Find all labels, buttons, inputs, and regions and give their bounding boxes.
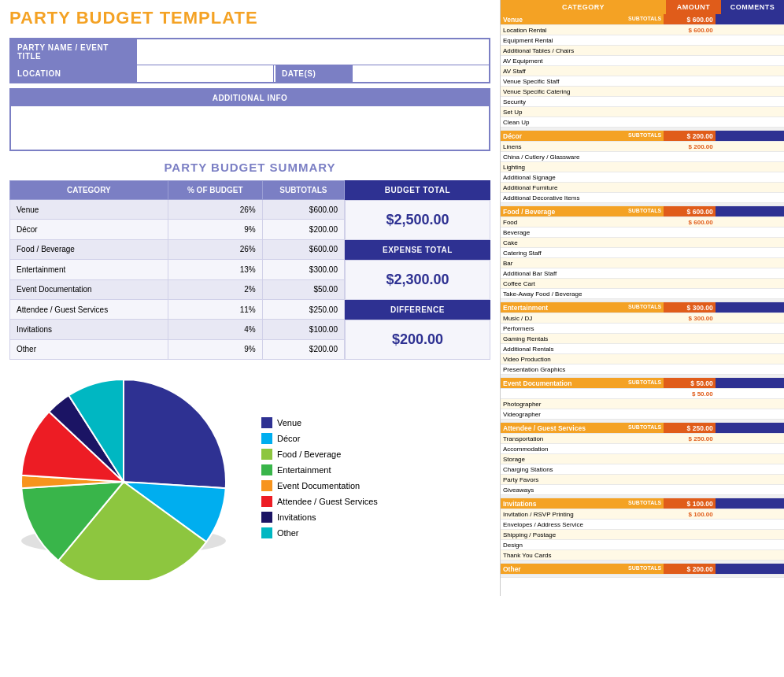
section-name: Invitations SUBTOTALS — [501, 498, 664, 509]
list-item: Music / DJ$ 300.00 — [501, 313, 784, 324]
list-item: Thank You Cards — [501, 550, 784, 560]
page-title: PARTY BUDGET TEMPLATE — [9, 8, 490, 28]
summary-subtotal: $300.00 — [262, 260, 344, 279]
legend-color — [261, 496, 272, 507]
list-item: Take-Away Food / Beverage — [501, 289, 784, 299]
col-subtotals: SUBTOTALS — [262, 181, 344, 200]
location-label: LOCATION — [11, 65, 137, 82]
section-header-row: Entertainment SUBTOTALS $ 300.00 — [501, 302, 784, 313]
section-comment — [716, 131, 784, 142]
list-item: Charging Stations — [501, 464, 784, 475]
list-item: Gaming Rentals — [501, 334, 784, 344]
list-item: Cake — [501, 238, 784, 248]
section-header-row: Venue SUBTOTALS $ 600.00 — [501, 14, 784, 25]
legend-item: Décor — [261, 433, 378, 444]
summary-pct: 11% — [168, 299, 262, 319]
list-item: Envelopes / Address Service — [501, 520, 784, 530]
pie-chart — [9, 368, 246, 588]
legend-color — [261, 449, 272, 460]
summary-subtotal: $600.00 — [262, 239, 344, 259]
dates-label: DATE(S) — [274, 65, 353, 82]
summary-container: CATEGORY % OF BUDGET SUBTOTALS Venue 26%… — [9, 180, 490, 360]
party-name-value[interactable] — [137, 39, 489, 65]
list-item: Accommodation — [501, 444, 784, 454]
summary-subtotal: $200.00 — [262, 339, 344, 359]
summary-category: Invitations — [10, 320, 168, 339]
list-item: Additional Rentals — [501, 344, 784, 354]
section-name: Venue SUBTOTALS — [501, 14, 664, 25]
section-comment — [716, 302, 784, 313]
party-name-row: PARTY NAME / EVENT TITLE — [11, 39, 489, 65]
summary-row: Décor 9% $200.00 — [10, 220, 345, 239]
list-item: Food$ 600.00 — [501, 217, 784, 228]
list-item: Clean Up — [501, 117, 784, 128]
list-item: AV Staff — [501, 66, 784, 76]
legend-label: Décor — [277, 434, 300, 443]
section-header-row: Event Documentation SUBTOTALS $ 50.00 — [501, 378, 784, 389]
section-name: Other SUBTOTALS — [501, 564, 664, 575]
additional-body[interactable] — [11, 106, 489, 150]
summary-category: Event Documentation — [10, 279, 168, 299]
legend-item: Attendee / Guest Services — [261, 496, 378, 507]
list-item: Additional Furniture — [501, 183, 784, 193]
section-comment — [716, 206, 784, 217]
col-pct: % OF BUDGET — [168, 181, 262, 200]
section-comment — [716, 14, 784, 25]
list-item: Invitation / RSVP Printing$ 100.00 — [501, 509, 784, 520]
list-item: Lighting — [501, 162, 784, 172]
section-comment — [716, 423, 784, 434]
list-item: Photographer — [501, 399, 784, 409]
legend-item: Venue — [261, 417, 378, 428]
list-item: Venue Specific Catering — [501, 87, 784, 97]
section-name: Entertainment SUBTOTALS — [501, 302, 664, 313]
section-comment — [716, 564, 784, 575]
list-item: Beverage — [501, 228, 784, 238]
totals-panel: BUDGET TOTAL $2,500.00 EXPENSE TOTAL $2,… — [345, 180, 490, 360]
section-header-row: Attendee / Guest Services SUBTOTALS $ 25… — [501, 423, 784, 434]
list-item: $ 50.00 — [501, 389, 784, 399]
summary-pct: 9% — [168, 220, 262, 239]
list-item: Coffee Cart — [501, 279, 784, 289]
summary-row: Venue 26% $600.00 — [10, 200, 345, 220]
summary-pct: 4% — [168, 320, 262, 339]
additional-header: ADDITIONAL INFO — [11, 90, 489, 106]
summary-pct: 13% — [168, 260, 262, 279]
legend-color — [261, 433, 272, 444]
summary-pct: 9% — [168, 339, 262, 359]
section-subtotal: $ 600.00 — [664, 14, 715, 25]
summary-subtotal: $200.00 — [262, 220, 344, 239]
summary-row: Entertainment 13% $300.00 — [10, 260, 345, 279]
list-item: Catering Staff — [501, 248, 784, 258]
section-header-row: Food / Beverage SUBTOTALS $ 600.00 — [501, 206, 784, 217]
list-item: Shipping / Postage — [501, 530, 784, 540]
legend-item: Invitations — [261, 512, 378, 523]
additional-info-section: ADDITIONAL INFO — [9, 88, 490, 151]
location-value[interactable] — [137, 65, 274, 82]
list-item: Additional Tables / Chairs — [501, 46, 784, 56]
section-subtotal: $ 600.00 — [664, 206, 715, 217]
summary-category: Other — [10, 339, 168, 359]
legend-color — [261, 464, 272, 475]
summary-pct: 26% — [168, 239, 262, 259]
difference-value: $200.00 — [345, 320, 490, 360]
section-header-row: Décor SUBTOTALS $ 200.00 — [501, 131, 784, 142]
chart-section: VenueDécorFood / BeverageEntertainmentEv… — [9, 368, 490, 588]
summary-category: Attendee / Guest Services — [10, 299, 168, 319]
list-item: Video Production — [501, 354, 784, 364]
dates-value[interactable] — [353, 65, 489, 82]
detail-table: Venue SUBTOTALS $ 600.00 Location Rental… — [501, 14, 784, 578]
section-comment — [716, 378, 784, 389]
main-container: PARTY BUDGET TEMPLATE PARTY NAME / EVENT… — [0, 0, 784, 596]
list-item: Transportation$ 250.00 — [501, 434, 784, 444]
summary-subtotal: $50.00 — [262, 279, 344, 299]
list-item: Security — [501, 97, 784, 107]
legend-label: Other — [277, 528, 299, 538]
location-row: LOCATION DATE(S) — [11, 65, 489, 82]
party-name-label: PARTY NAME / EVENT TITLE — [11, 39, 137, 65]
list-item: Presentation Graphics — [501, 364, 784, 375]
section-subtotal: $ 200.00 — [664, 131, 715, 142]
right-panel-header: CATEGORY AMOUNT COMMENTS — [501, 0, 784, 14]
col-category: CATEGORY — [10, 181, 168, 200]
list-item: Set Up — [501, 107, 784, 117]
legend-item: Other — [261, 527, 378, 538]
